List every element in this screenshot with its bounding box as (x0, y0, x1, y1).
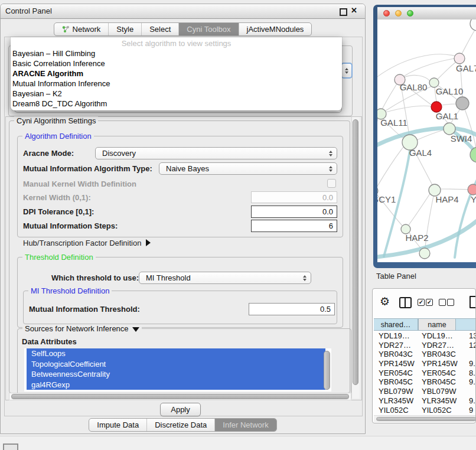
mi-steps-field[interactable]: 6 (251, 220, 337, 232)
tab-network[interactable]: Network (54, 23, 109, 35)
network-edge (462, 28, 476, 54)
kernel-width-value: 0.0 (322, 193, 333, 202)
table-row[interactable]: YIL052CYIL052C9 (373, 406, 476, 415)
network-node[interactable] (419, 248, 430, 259)
float-window-icon[interactable] (340, 8, 347, 16)
kernel-width-field[interactable]: 0.0 (251, 191, 337, 203)
table-cell: YDL19… (379, 331, 410, 341)
apply-button[interactable]: Apply (160, 403, 201, 416)
table-cell: YBL079W (379, 387, 413, 396)
list-scrollbar-thumb[interactable] (324, 351, 330, 390)
table-row[interactable]: YDR27…YDR27…12 (373, 341, 476, 350)
algorithm-option-basic-correlation-inference[interactable]: Basic Correlation Inference (11, 58, 342, 69)
data-attributes-list[interactable]: SelfLoopsTopologicalCoefficientBetweenne… (24, 348, 331, 392)
spinner-down-icon (345, 71, 348, 74)
network-edge (404, 75, 430, 81)
network-node[interactable] (470, 19, 476, 31)
attribute-item-gal4rgexp[interactable]: gal4RGexp (27, 380, 325, 390)
mi-type-label: Mutual Information Algorithm Type: (23, 164, 152, 173)
network-edge (409, 194, 430, 225)
attribute-item-topologicalcoefficient[interactable]: TopologicalCoefficient (27, 359, 325, 370)
tab-discretize-data[interactable]: Discretize Data (147, 419, 215, 431)
table-cell: YLR345W (422, 396, 457, 406)
table-row[interactable]: YLR345WYLR345W9. (373, 396, 476, 406)
network-node[interactable] (456, 97, 469, 110)
network-node-y[interactable] (468, 184, 476, 195)
table-row[interactable]: YBR045CYBR045C9. (373, 377, 476, 387)
algorithm-option-aracne-algorithm[interactable]: ARACNE Algorithm (11, 69, 342, 79)
network-graph[interactable]: GAL7GAL80GAL10GAL1GAL11SWI4GAL4GCY1HAP4Y… (377, 19, 476, 262)
table-cell: 9. (469, 359, 475, 369)
checked-checkbox-icon[interactable]: ✓ (418, 299, 425, 306)
unchecked-checkbox-icon[interactable] (439, 299, 446, 306)
tab-select[interactable]: Select (142, 23, 179, 35)
which-threshold-combo[interactable]: MI Threshold (139, 272, 311, 284)
column-header-shared[interactable]: shared… (374, 318, 418, 331)
tab-label: Discretize Data (155, 420, 207, 429)
dpi-tolerance-field[interactable]: 0.0 (251, 206, 337, 218)
mi-type-value: Naive Bayes (166, 164, 209, 173)
aracne-mode-combo[interactable]: Discovery (95, 147, 337, 159)
node-label: GAL11 (380, 118, 407, 128)
algorithm-option-dream8-dc-tdc-algorithm[interactable]: Dream8 DC_TDC Algorithm (11, 99, 342, 109)
node-label: SWI4 (451, 133, 472, 144)
table-hscrollbar-thumb[interactable] (376, 417, 476, 421)
settings-vscrollbar-thumb[interactable] (353, 119, 358, 385)
tab-label: Infer Network (223, 420, 268, 429)
manual-kernel-checkbox[interactable] (327, 179, 336, 188)
spinner-up-icon (345, 68, 348, 70)
column-header-2[interactable] (456, 318, 476, 331)
control-panel-titlebar[interactable]: Control Panel ✕ (1, 4, 365, 19)
split-columns-icon[interactable] (399, 297, 412, 308)
network-edge (386, 106, 431, 112)
table-cell: YPR145W (379, 359, 415, 369)
network-node-gal7[interactable] (454, 53, 465, 64)
table-row[interactable]: YER054CYER054C8. (373, 369, 476, 378)
algorithm-combo-spinner[interactable] (341, 63, 353, 79)
table-cell: YIL052C (379, 406, 409, 415)
window-minimize-traffic-icon[interactable] (395, 10, 402, 17)
settings-hscrollbar-thumb[interactable] (11, 394, 349, 399)
table-row[interactable]: YBR043CYBR043C (373, 350, 476, 359)
collapse-down-icon (132, 327, 139, 332)
algorithm-option-bayesian-k2[interactable]: Bayesian – K2 (11, 89, 342, 99)
corner-widget-icon[interactable] (3, 444, 18, 450)
mi-threshold-field[interactable]: 0.5 (249, 303, 335, 315)
mi-type-combo[interactable]: Naive Bayes (159, 162, 337, 175)
network-edge (441, 189, 468, 190)
node-label: GAL4 (409, 148, 432, 158)
unchecked-checkbox-icon[interactable] (447, 299, 454, 306)
checked-checkbox-icon[interactable]: ✓ (426, 299, 433, 306)
network-edge (377, 118, 378, 186)
hub-definition-toggle[interactable]: Hub/Transcription Factor Definition (23, 239, 151, 247)
close-icon[interactable]: ✕ (351, 6, 357, 15)
table-cell: YPR145W (422, 359, 458, 369)
algorithm-dropdown-hint: Select algorithm to view settings (11, 38, 342, 48)
aracne-mode-value: Discovery (102, 149, 136, 158)
network-node-swi4[interactable] (444, 123, 455, 135)
data-attributes-label: Data Attributes (22, 337, 77, 346)
window-zoom-traffic-icon[interactable] (407, 10, 413, 17)
dpi-tolerance-label: DPI Tolerance [0,1]: (23, 207, 94, 216)
attribute-item-betweennesscentrality[interactable]: BetweennessCentrality (27, 369, 325, 380)
tab-jactivemnodules[interactable]: jActiveMNodules (239, 23, 312, 35)
document-icon[interactable] (470, 296, 476, 308)
column-header-name[interactable]: name (418, 318, 456, 331)
gear-icon[interactable]: ⚙ (380, 295, 390, 308)
tab-impute-data[interactable]: Impute Data (89, 419, 147, 431)
table-row[interactable]: YDL19…YDL19…13 (373, 331, 476, 341)
network-icon (62, 25, 70, 33)
tab-infer-network[interactable]: Infer Network (215, 419, 276, 431)
sources-title[interactable]: Sources for Network Inference (22, 324, 142, 333)
table-row[interactable]: YPR145WYPR145W9. (373, 359, 476, 369)
table-row[interactable]: YBL079WYBL079W (373, 387, 476, 396)
tab-style[interactable]: Style (109, 23, 142, 35)
attribute-item-selfloops[interactable]: SelfLoops (27, 348, 325, 359)
tab-cyni-toolbox[interactable]: Cyni Toolbox (179, 23, 239, 35)
network-window-titlebar[interactable] (377, 7, 476, 20)
threshold-definition-title: Threshold Definition (22, 253, 96, 262)
window-close-traffic-icon[interactable] (383, 10, 390, 17)
kernel-width-label: Kernel Width (0,1): (23, 193, 91, 202)
algorithm-option-mutual-information-inference[interactable]: Mutual Information Inference (11, 79, 342, 89)
algorithm-option-bayesian-hill-climbing[interactable]: Bayesian – Hill Climbing (11, 48, 342, 58)
